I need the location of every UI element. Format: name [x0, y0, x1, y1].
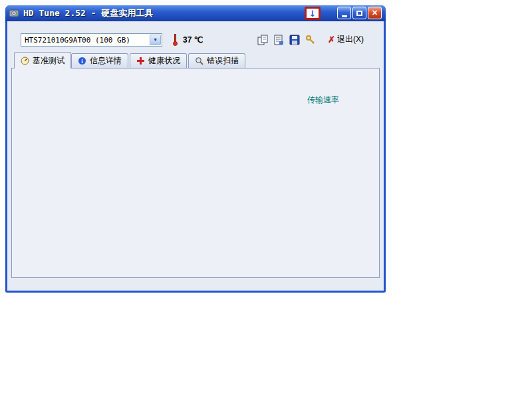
options-button[interactable]: [304, 33, 317, 46]
copy-icon: [257, 35, 268, 45]
hdtune-window: HD Tune 2.52 - 硬盘实用工具 ↓ ✕ HTS721010G9AT0…: [5, 5, 386, 293]
minimize-button[interactable]: [337, 7, 351, 19]
tab-benchmark[interactable]: 基准测试: [14, 52, 71, 68]
exit-x-icon: ✗: [328, 35, 335, 45]
tab-error-scan[interactable]: 错误扫描: [188, 53, 245, 68]
drive-select-value: HTS721010G9AT00 (100 GB): [25, 36, 130, 45]
benchmark-gauge-icon: [21, 57, 29, 65]
chevron-down-icon[interactable]: ▼: [150, 35, 161, 45]
tab-label: 健康状况: [148, 55, 180, 66]
temperature-icon: [172, 34, 178, 46]
tab-label: 错误扫描: [207, 55, 239, 66]
exit-label: 退出(X): [337, 34, 364, 45]
tab-label: 信息详情: [90, 55, 122, 66]
drive-select-dropdown[interactable]: HTS721010G9AT00 (100 GB) ▼: [21, 33, 162, 47]
maximize-icon: [356, 11, 362, 16]
copy-text-icon: [273, 35, 284, 45]
title-bar[interactable]: HD Tune 2.52 - 硬盘实用工具 ↓ ✕: [5, 5, 386, 21]
copy-text-button[interactable]: [272, 33, 285, 46]
save-icon: [289, 35, 300, 45]
tab-label: 基准测试: [33, 55, 65, 66]
capture-download-button[interactable]: ↓: [305, 7, 321, 20]
close-icon: ✕: [372, 9, 378, 17]
health-cross-icon: [136, 57, 145, 65]
temperature-value: 37 ℃: [183, 35, 203, 45]
keys-icon: [305, 35, 316, 45]
app-icon: [9, 8, 19, 19]
minimize-icon: [342, 15, 347, 17]
exit-button[interactable]: ✗ 退出(X): [328, 33, 364, 46]
magnifier-icon: [195, 57, 203, 65]
close-button[interactable]: ✕: [368, 7, 382, 19]
window-title: HD Tune 2.52 - 硬盘实用工具: [23, 7, 153, 19]
maximize-button[interactable]: [352, 7, 366, 19]
save-screenshot-button[interactable]: [288, 33, 301, 46]
transfer-rate-group-title: 传输速率: [305, 94, 341, 106]
info-icon: i: [78, 57, 86, 65]
tab-health[interactable]: 健康状况: [130, 53, 187, 68]
copy-screenshot-button[interactable]: [256, 33, 269, 46]
tab-info[interactable]: i 信息详情: [71, 53, 128, 68]
